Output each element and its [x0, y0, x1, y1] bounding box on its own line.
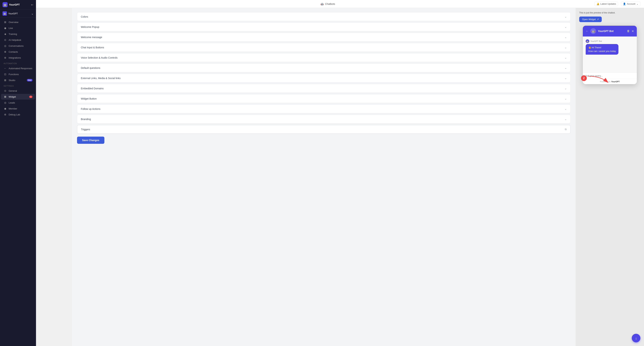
conversations-icon: ◎ [4, 44, 7, 47]
topbar-title: Chatbots [325, 2, 335, 5]
chevron-icon: ⌄ [564, 46, 567, 49]
sidebar-item-general[interactable]: ⊙ General [1, 88, 35, 94]
sidebar-item-leads[interactable]: ◎ Leads [1, 100, 35, 106]
sidebar-item-training[interactable]: ◈ Training [1, 31, 35, 37]
automated-responses-icon: ← [4, 67, 7, 70]
sidebar-item-label: Training [9, 33, 17, 35]
bot-icon: 🤖 [2, 11, 7, 16]
open-widget-button[interactable]: Open Widget ↗ [579, 16, 602, 22]
training-icon: ◈ [4, 32, 7, 35]
accordion-follow-up-header[interactable]: Follow up Actions ⌄ [77, 105, 570, 113]
logo-icon: 🤖 [2, 2, 8, 7]
sidebar-item-overview[interactable]: ⊞ Overview [1, 19, 35, 25]
accordion-voice-selection-header[interactable]: Voice Selection & Audio Controls ⌄ [77, 53, 570, 62]
leads-icon: ◎ [4, 101, 7, 104]
accordion-chat-input-header[interactable]: Chat Input & Buttons ⌄ [77, 43, 570, 52]
live-icon: ◉ [4, 27, 7, 29]
new-badge: New [27, 79, 32, 81]
sidebar-header: 🤖 YourGPT ⇤ [0, 0, 36, 9]
chat-float-button[interactable]: ↓ [632, 334, 640, 343]
sidebar-item-automated-responses[interactable]: ← Automated Responses [1, 65, 35, 71]
widget-badge: 1 [29, 96, 32, 98]
chevron-icon: ⌄ [564, 35, 567, 39]
bot-info: 🤖 YourGPT [2, 11, 18, 16]
sidebar-item-label: Integrations [9, 56, 21, 59]
app-logo: 🤖 YourGPT [2, 2, 20, 7]
accordion-welcome-popup-header[interactable]: Welcome Popup ⌄ [77, 23, 570, 31]
sidebar-item-ai-helpdesk[interactable]: ⊙ AI Helpdesk [1, 37, 35, 43]
accordion-default-questions: Default questions ⌄ [77, 63, 570, 72]
topbar-right: 🔔 Latest Updates 👤 Account ⌄ [594, 1, 640, 6]
chat-input[interactable] [585, 74, 634, 77]
chat-bot-label-text: YourGPT Bot [590, 40, 602, 42]
chat-powered: Powered By YourGPT [583, 79, 637, 84]
debug-lab-icon: ⊛ [4, 113, 7, 116]
open-widget-icon: ↗ [597, 18, 599, 21]
sidebar-item-label: Functions [9, 73, 19, 76]
sidebar-item-label: Widget [9, 95, 16, 98]
accordion-follow-up: Follow up Actions ⌄ [77, 104, 570, 113]
accordion-branding-header[interactable]: Branding ⌄ [77, 115, 570, 123]
integrations-icon: ⊛ [4, 56, 7, 59]
accordion-label: Branding [81, 118, 91, 121]
accordion-embedded-domains: Embedded Domains ⌄ [77, 84, 570, 93]
chat-bot-avatar-sm: 🤖 [586, 39, 589, 43]
accordion-triggers-header[interactable]: Triggers ⧉ [78, 125, 570, 133]
chat-close-button[interactable]: ✕ [632, 29, 634, 33]
topbar-chatbots-icon: 🤖 [320, 2, 324, 5]
sidebar-item-contacts[interactable]: ⊕ Contacts [1, 49, 35, 55]
sidebar-item-functions[interactable]: ⊡ Functions [1, 71, 35, 77]
chevron-down-icon: ⌄ [636, 2, 638, 5]
accordion-colors: Colors ⌄ [77, 12, 570, 21]
chevron-icon: ⌄ [564, 56, 567, 59]
sidebar-item-conversations[interactable]: ◎ Conversations [1, 43, 35, 49]
sidebar-item-label: Contacts [9, 50, 18, 53]
chevron-icon: ⌄ [564, 87, 567, 90]
sidebar-item-label: Debug Lab [9, 113, 20, 116]
accordion-widget-button-header[interactable]: Widget Button ⌄ [77, 94, 570, 103]
overview-icon: ⊞ [4, 21, 7, 23]
chevron-icon: ⌄ [564, 107, 567, 111]
chat-delete-button[interactable]: 🗑 [627, 29, 630, 33]
latest-updates-button[interactable]: 🔔 Latest Updates [594, 1, 618, 6]
save-changes-button[interactable]: Save Changes [77, 137, 104, 144]
preview-notice: This is just the preview of the chatbot. [579, 11, 616, 14]
account-button[interactable]: 👤 Account ⌄ [621, 1, 640, 6]
powered-by-text: Powered By [600, 81, 611, 83]
accordion-external-links-header[interactable]: External Links, Media & Social links ⌄ [77, 74, 570, 82]
save-changes-section: Save Changes [77, 137, 570, 144]
accordion-embedded-domains-header[interactable]: Embedded Domains ⌄ [77, 84, 570, 93]
accordion-external-links: External Links, Media & Social links ⌄ [77, 74, 570, 82]
chat-body: 🤖 YourGPT Bot 👋 Hi There!How can i assis… [583, 36, 637, 72]
automation-section-label: Automation [0, 61, 36, 65]
app-name: YourGPT [9, 3, 20, 6]
accordion-colors-header[interactable]: Colors ⌄ [77, 12, 570, 21]
chevron-icon: ⌄ [564, 66, 567, 70]
accordion-welcome-message: Welcome message ⌄ [77, 33, 570, 41]
chat-header-left: ← 🤖 YourGPT Bot [586, 28, 614, 34]
sidebar-item-widget[interactable]: ⊞ Widget 1 [1, 94, 35, 100]
accordion-label: External Links, Media & Social links [81, 77, 120, 80]
chat-back-button[interactable]: ← [586, 29, 588, 33]
sidebar-item-member[interactable]: ◉ Member [1, 106, 35, 111]
accordion-default-questions-header[interactable]: Default questions ⌄ [77, 64, 570, 72]
bot-selector[interactable]: 🤖 YourGPT ⌄ [0, 9, 36, 18]
accordion-welcome-message-header[interactable]: Welcome message ⌄ [77, 33, 570, 41]
account-icon: 👤 [623, 2, 626, 5]
accordion-label: Welcome message [81, 36, 102, 39]
sidebar-item-label: Automated Responses [9, 67, 32, 70]
sidebar-collapse-button[interactable]: ⇤ [31, 3, 34, 6]
chat-footer [583, 72, 637, 79]
external-link-icon: ⧉ [565, 128, 566, 131]
latest-updates-label: Latest Updates [600, 2, 616, 5]
sidebar-item-debug-lab[interactable]: ⊛ Debug Lab [1, 112, 35, 117]
sidebar-item-live[interactable]: ◉ Live [1, 25, 35, 31]
sidebar-item-studio[interactable]: ⊠ Studio New [1, 77, 35, 83]
chevron-icon: ⌄ [564, 97, 567, 100]
accordion-label: Follow up Actions [81, 108, 100, 110]
sidebar-item-label: General [9, 90, 17, 92]
account-label: Account [627, 2, 635, 5]
accordion-welcome-popup: Welcome Popup ⌄ [77, 22, 570, 31]
functions-icon: ⊡ [4, 73, 7, 76]
sidebar-item-integrations[interactable]: ⊛ Integrations [1, 55, 35, 61]
